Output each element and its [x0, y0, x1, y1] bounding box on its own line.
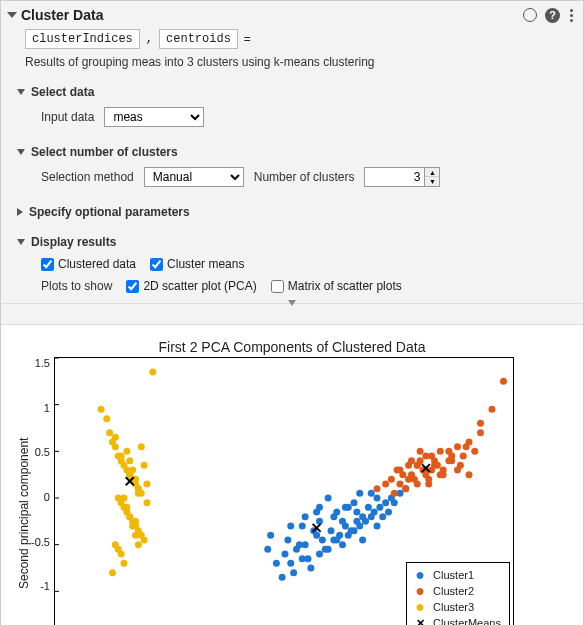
num-clusters-input[interactable]	[364, 167, 424, 187]
svg-point-177	[143, 499, 150, 506]
svg-point-100	[391, 490, 398, 497]
svg-point-119	[414, 462, 421, 469]
chart-legend: ●Cluster1●Cluster2●Cluster3✕ClusterMeans	[406, 562, 510, 625]
svg-point-34	[382, 499, 389, 506]
svg-point-17	[287, 560, 294, 567]
svg-point-67	[264, 546, 271, 553]
svg-point-65	[368, 490, 375, 497]
svg-point-167	[135, 541, 142, 548]
svg-point-125	[465, 471, 472, 478]
num-clusters-label: Number of clusters	[254, 170, 355, 184]
panel-title: Cluster Data	[21, 7, 517, 23]
svg-point-77	[299, 523, 306, 530]
output-var-1[interactable]: clusterIndices	[25, 29, 140, 49]
matrix-plots-checkbox[interactable]: Matrix of scatter plots	[271, 279, 402, 293]
chevron-down-icon	[17, 239, 25, 245]
status-circle-icon[interactable]	[523, 8, 537, 22]
svg-point-162	[120, 495, 127, 502]
svg-point-129	[97, 406, 104, 413]
svg-point-74	[345, 504, 352, 511]
svg-point-124	[457, 462, 464, 469]
svg-point-50	[290, 569, 297, 576]
svg-point-96	[471, 448, 478, 455]
checkbox-label: Cluster means	[167, 257, 244, 271]
help-icon[interactable]: ?	[545, 8, 560, 23]
svg-point-123	[448, 453, 455, 460]
svg-point-102	[402, 485, 409, 492]
svg-point-122	[440, 467, 447, 474]
svg-point-78	[313, 509, 320, 516]
svg-point-75	[356, 490, 363, 497]
section-display-results[interactable]: Display results	[17, 231, 575, 253]
chart-yticks: 1.510.50-0.5-1-1.5	[31, 357, 54, 625]
clustered-data-checkbox[interactable]: Clustered data	[41, 257, 136, 271]
svg-point-99	[500, 378, 507, 385]
svg-point-47	[348, 527, 355, 534]
svg-point-98	[488, 406, 495, 413]
output-comma: ,	[146, 32, 153, 46]
section-optional-params[interactable]: Specify optional parameters	[17, 201, 575, 223]
output-description: Results of grouping meas into 3 clusters…	[25, 55, 375, 69]
svg-point-48	[353, 518, 360, 525]
svg-point-168	[138, 443, 145, 450]
spinner-up-button[interactable]: ▲	[425, 168, 439, 177]
svg-point-116	[463, 443, 470, 450]
cluster-means-checkbox[interactable]: Cluster means	[150, 257, 244, 271]
svg-point-164	[126, 513, 133, 520]
input-data-label: Input data	[41, 110, 94, 124]
svg-point-20	[316, 551, 323, 558]
svg-point-33	[379, 513, 386, 520]
panel-collapse-icon[interactable]	[7, 12, 17, 18]
svg-point-76	[284, 537, 291, 544]
selection-method-label: Selection method	[41, 170, 134, 184]
svg-point-23	[339, 541, 346, 548]
svg-point-43	[319, 537, 326, 544]
svg-point-133	[112, 443, 119, 450]
panel-toggle-caret[interactable]	[1, 303, 583, 324]
svg-point-111	[422, 453, 429, 460]
svg-point-64	[350, 499, 357, 506]
svg-point-70	[302, 513, 309, 520]
svg-point-44	[327, 527, 334, 534]
svg-point-54	[339, 518, 346, 525]
svg-point-174	[126, 471, 133, 478]
svg-point-176	[112, 434, 119, 441]
output-var-2[interactable]: centroids	[159, 29, 238, 49]
svg-point-59	[296, 541, 303, 548]
svg-point-101	[396, 481, 403, 488]
chevron-right-icon	[17, 208, 23, 216]
checkbox-label: 2D scatter plot (PCA)	[143, 279, 256, 293]
section-title: Specify optional parameters	[29, 205, 190, 219]
svg-point-37	[391, 499, 398, 506]
svg-point-32	[376, 504, 383, 511]
svg-point-126	[477, 420, 484, 427]
section-title: Select number of clusters	[31, 145, 178, 159]
svg-point-97	[477, 429, 484, 436]
svg-point-152	[141, 537, 148, 544]
svg-point-169	[141, 462, 148, 469]
svg-point-27	[359, 537, 366, 544]
section-title: Select data	[31, 85, 94, 99]
chevron-down-icon	[17, 149, 25, 155]
svg-point-163	[123, 504, 130, 511]
input-data-select[interactable]: meas	[104, 107, 204, 127]
svg-point-58	[281, 551, 288, 558]
section-select-data[interactable]: Select data	[17, 81, 575, 103]
svg-point-118	[405, 476, 412, 483]
svg-point-172	[149, 369, 156, 376]
svg-point-49	[359, 513, 366, 520]
plots-to-show-label: Plots to show	[41, 279, 112, 293]
svg-point-121	[431, 457, 438, 464]
checkbox-label: Matrix of scatter plots	[288, 279, 402, 293]
checkbox-label: Clustered data	[58, 257, 136, 271]
svg-point-173	[135, 490, 142, 497]
svg-point-157	[123, 448, 130, 455]
selection-method-select[interactable]: Manual	[144, 167, 244, 187]
section-select-clusters[interactable]: Select number of clusters	[17, 141, 575, 163]
svg-point-51	[304, 555, 311, 562]
kebab-menu-icon[interactable]	[568, 9, 575, 22]
spinner-down-button[interactable]: ▼	[425, 177, 439, 186]
svg-point-55	[353, 509, 360, 516]
pca-scatter-checkbox[interactable]: 2D scatter plot (PCA)	[126, 279, 256, 293]
chart-ylabel: Second principal component	[15, 357, 31, 625]
